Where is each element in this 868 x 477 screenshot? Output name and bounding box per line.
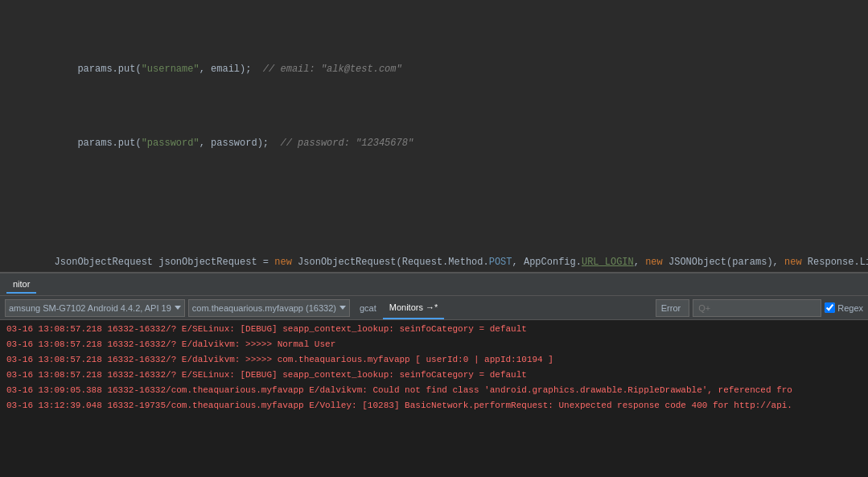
process-selector[interactable]: com.theaquarious.myfavapp (16332) [188,299,350,317]
code-editor: params.put("username", email); // email:… [0,0,868,273]
log-line-1: 03-16 13:08:57.218 16332-16332/? E/SELin… [0,322,868,337]
code-line-4: JsonObjectRequest jsonObjectRequest = ne… [0,240,868,273]
monitor-tab-bar: nitor [0,273,868,296]
level-label: Error [661,303,681,313]
regex-checkbox-container: Regex [825,302,863,313]
log-line-2: 03-16 13:08:57.218 16332-16332/? E/dalvi… [0,337,868,352]
log-line-6: 03-16 13:12:39.048 16332-19735/com.theaq… [0,398,868,413]
log-output: 03-16 13:08:57.218 16332-16332/? E/SELin… [0,320,868,477]
search-input[interactable] [698,303,816,313]
regex-label: Regex [837,303,863,313]
toolbar-tabs: gcat Monitors →* [353,296,444,319]
device-dropdown-arrow [175,306,181,310]
log-line-3: 03-16 13:08:57.218 16332-16332/? E/dalvi… [0,352,868,368]
monitor-tab[interactable]: nitor [6,276,36,294]
log-line-5: 03-16 13:09:05.388 16332-16332/com.theaq… [0,383,868,398]
code-area: params.put("username", email); // email:… [0,0,868,273]
device-selector[interactable]: amsung SM-G7102 Android 4.4.2, API 19 [5,299,185,317]
code-line-3 [0,195,868,211]
code-line-2: params.put("password", password); // pas… [0,121,868,166]
level-selector[interactable]: Error [656,299,689,317]
monitor-panel: nitor amsung SM-G7102 Android 4.4.2, API… [0,273,868,477]
tab-logcat[interactable]: gcat [353,296,383,319]
ide-container: params.put("username", email); // email:… [0,0,868,477]
process-dropdown-arrow [339,306,346,310]
device-label: amsung SM-G7102 Android 4.4.2, API 19 [9,303,171,313]
process-label: com.theaquarious.myfavapp (16332) [192,303,336,313]
tab-monitors[interactable]: Monitors →* [383,296,445,319]
code-line-1: params.put("username", email); // email:… [0,47,868,92]
log-line-4: 03-16 13:08:57.218 16332-16332/? E/SELin… [0,368,868,383]
regex-checkbox[interactable] [825,302,835,313]
search-box[interactable] [693,299,821,317]
logcat-toolbar: amsung SM-G7102 Android 4.4.2, API 19 co… [0,296,868,320]
